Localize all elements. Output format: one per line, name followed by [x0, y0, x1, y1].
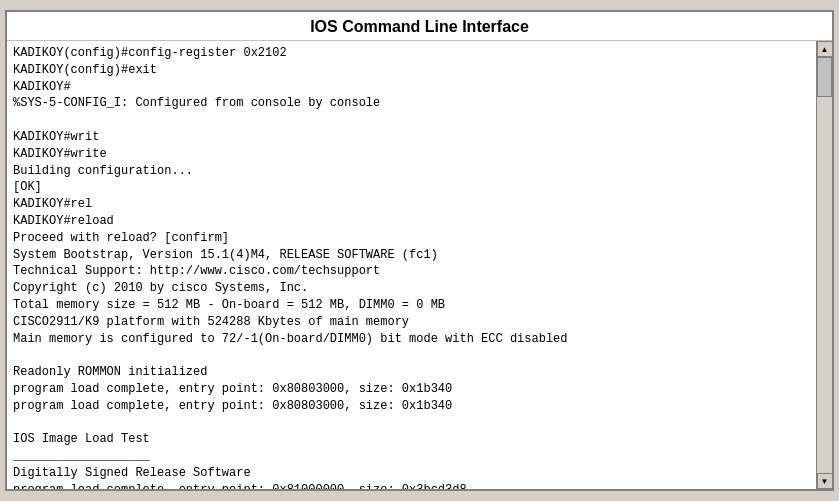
scroll-down-button[interactable]: ▼ [817, 473, 833, 489]
scrollbar-thumb[interactable] [817, 57, 832, 97]
scroll-up-button[interactable]: ▲ [817, 41, 833, 57]
window-title: IOS Command Line Interface [310, 18, 529, 35]
title-bar: IOS Command Line Interface [7, 12, 832, 41]
scrollbar[interactable]: ▲ ▼ [816, 41, 832, 489]
content-area: KADIKOY(config)#config-register 0x2102 K… [7, 41, 832, 489]
main-window: IOS Command Line Interface KADIKOY(confi… [5, 10, 834, 491]
terminal-output[interactable]: KADIKOY(config)#config-register 0x2102 K… [7, 41, 816, 489]
scrollbar-track[interactable] [817, 57, 832, 473]
